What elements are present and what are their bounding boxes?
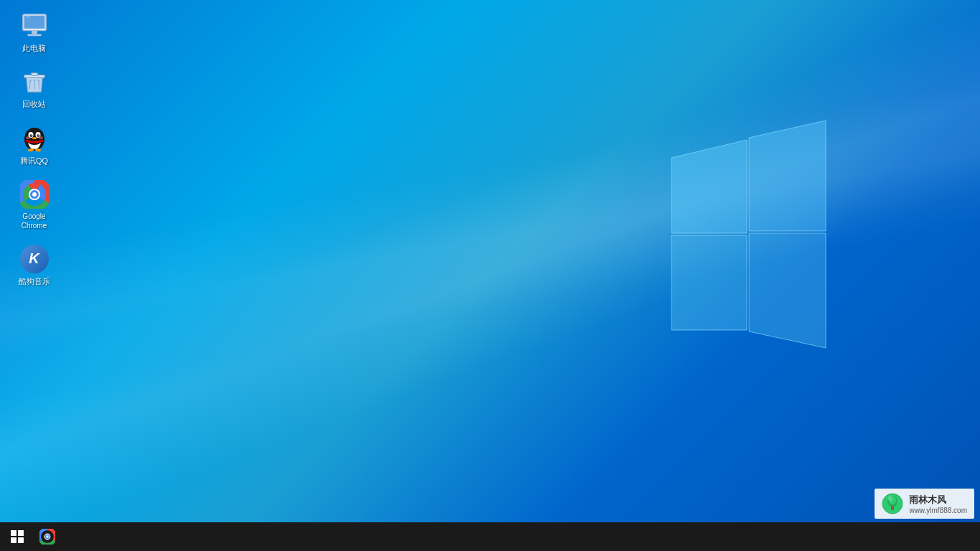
svg-marker-2 — [672, 235, 747, 330]
taskbar-chrome-button[interactable] — [33, 522, 62, 551]
svg-rect-33 — [18, 530, 24, 536]
svg-point-31 — [32, 192, 37, 197]
taskbar — [0, 522, 980, 551]
desktop-icon-qq[interactable]: 腾讯QQ — [7, 120, 61, 170]
watermark-url: www.ylmf888.com — [909, 507, 967, 514]
svg-rect-42 — [891, 506, 894, 510]
kuwo-label: 酷狗音乐 — [19, 276, 50, 286]
recycle-bin-icon — [20, 67, 49, 96]
kuwo-icon: K — [20, 245, 49, 273]
svg-rect-5 — [24, 16, 44, 29]
svg-point-23 — [32, 137, 37, 139]
this-pc-label: 此电脑 — [22, 43, 46, 53]
svg-rect-32 — [11, 530, 17, 536]
svg-rect-35 — [18, 537, 24, 543]
recycle-bin-label: 回收站 — [22, 99, 46, 109]
qq-icon — [20, 124, 49, 153]
svg-point-22 — [38, 134, 39, 136]
start-button[interactable] — [3, 522, 32, 551]
desktop-icon-kuwo[interactable]: K 酷狗音乐 — [7, 240, 61, 291]
desktop-icons-container: 此电脑 回收站 — [7, 7, 61, 291]
svg-marker-0 — [672, 140, 747, 233]
desktop-icon-this-pc[interactable]: 此电脑 — [7, 7, 61, 57]
watermark-brand: 雨林木风 — [909, 494, 967, 507]
watermark-icon — [882, 493, 903, 514]
chrome-icon — [20, 180, 49, 209]
svg-point-21 — [31, 134, 32, 136]
watermark-text-container: 雨林木风 www.ylmf888.com — [909, 494, 967, 514]
desktop-icon-recycle-bin[interactable]: 回收站 — [7, 63, 61, 113]
svg-rect-34 — [11, 537, 17, 543]
svg-marker-1 — [749, 121, 826, 231]
svg-point-24 — [26, 136, 30, 139]
watermark: 雨林木风 www.ylmf888.com — [875, 489, 974, 519]
svg-point-38 — [46, 535, 48, 537]
chrome-label: GoogleChrome — [22, 212, 47, 230]
qq-label: 腾讯QQ — [20, 156, 48, 166]
svg-marker-3 — [749, 233, 826, 348]
svg-rect-7 — [27, 34, 41, 36]
svg-rect-10 — [31, 73, 37, 76]
svg-rect-6 — [32, 31, 37, 34]
this-pc-icon — [20, 11, 49, 40]
desktop: 此电脑 回收站 — [0, 0, 980, 551]
desktop-icon-chrome[interactable]: GoogleChrome — [7, 176, 61, 235]
svg-point-25 — [39, 136, 43, 139]
windows-logo — [657, 100, 837, 366]
